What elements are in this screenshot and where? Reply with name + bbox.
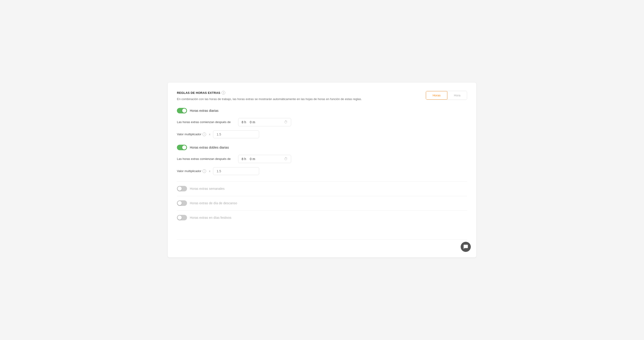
title-text: REGLAS DE HORAS EXTRAS <box>177 91 220 95</box>
weekly-overtime-thumb <box>178 186 182 191</box>
daily-overtime-clock-icon: ⏱ <box>284 120 288 124</box>
chat-icon <box>463 244 468 249</box>
divider-2 <box>177 196 467 196</box>
section-description: En combinación con las horas de trabajo,… <box>177 97 467 101</box>
chat-bubble[interactable] <box>461 242 471 252</box>
daily-overtime-multiplier-label: Valor multiplicador i <box>177 133 206 136</box>
daily-overtime-start-label: Las horas extras comienzan después de <box>177 120 234 124</box>
daily-overtime-toggle-row: Horas extras diarias <box>177 108 467 113</box>
daily-overtime-time-input[interactable]: 8 h 0 m ⏱ <box>238 118 291 126</box>
daily-double-overtime-toggle-row: Horas extras dobles diarias <box>177 145 467 150</box>
daily-double-overtime-thumb <box>182 145 186 150</box>
daily-overtime-time-value: 8 h 0 m <box>242 120 255 124</box>
holiday-overtime-toggle-row: Horas extras en días festivos <box>177 215 467 220</box>
divider-1 <box>177 181 467 182</box>
title-info-icon[interactable]: i <box>222 91 225 95</box>
daily-double-overtime-toggle[interactable] <box>177 145 187 150</box>
daily-double-overtime-clock-icon: ⏱ <box>284 157 288 161</box>
daily-overtime-hours: 8 <box>242 120 244 124</box>
daily-overtime-x-sign: x <box>209 133 210 136</box>
daily-overtime-thumb <box>182 109 186 113</box>
view-horas-button[interactable]: Horas <box>426 91 447 100</box>
daily-overtime-m-unit: m <box>252 120 255 124</box>
weekly-overtime-toggle-row: Horas extras semanales <box>177 186 467 191</box>
weekly-overtime-toggle[interactable] <box>177 186 187 191</box>
daily-double-overtime-multiplier-row: Valor multiplicador i x <box>177 167 467 175</box>
rest-day-overtime-thumb <box>178 201 182 205</box>
divider-4 <box>177 239 467 239</box>
holiday-overtime-toggle[interactable] <box>177 215 187 220</box>
daily-double-overtime-x-sign: x <box>209 169 210 173</box>
daily-double-overtime-time-input[interactable]: 8 h 0 m ⏱ <box>238 155 291 163</box>
view-hora-button[interactable]: Hora <box>447 91 467 100</box>
main-card: REGLAS DE HORAS EXTRAS i En combinación … <box>168 83 476 257</box>
rest-day-overtime-toggle[interactable] <box>177 200 187 206</box>
section-title: REGLAS DE HORAS EXTRAS i <box>177 91 467 95</box>
daily-overtime-label: Horas extras diarias <box>190 109 218 113</box>
daily-double-overtime-multiplier-input[interactable] <box>213 167 259 175</box>
daily-overtime-h-unit: h <box>244 120 246 124</box>
rest-day-overtime-label: Horas extras de día de descanso <box>190 201 237 205</box>
daily-overtime-multiplier-input[interactable] <box>213 130 259 138</box>
daily-overtime-multiplier-text: Valor multiplicador <box>177 133 201 136</box>
daily-double-overtime-multiplier-text: Valor multiplicador <box>177 169 201 173</box>
daily-overtime-multiplier-row: Valor multiplicador i x <box>177 130 467 138</box>
daily-double-overtime-time-value: 8 h 0 m <box>242 157 255 161</box>
daily-overtime-multiplier-info-icon[interactable]: i <box>202 133 206 136</box>
holiday-overtime-thumb <box>178 215 182 220</box>
daily-double-overtime-label: Horas extras dobles diarias <box>190 146 229 149</box>
rest-day-overtime-toggle-row: Horas extras de día de descanso <box>177 200 467 206</box>
daily-overtime-start-row: Las horas extras comienzan después de 8 … <box>177 118 467 126</box>
daily-overtime-minutes: 0 <box>250 120 252 124</box>
daily-double-overtime-multiplier-info-icon[interactable]: i <box>202 169 206 173</box>
holiday-overtime-label: Horas extras en días festivos <box>190 216 232 219</box>
daily-double-overtime-start-label: Las horas extras comienzan después de <box>177 157 234 161</box>
divider-3 <box>177 210 467 211</box>
view-toggle-group: Horas Hora <box>426 91 467 100</box>
daily-double-overtime-multiplier-label: Valor multiplicador i <box>177 169 206 173</box>
daily-double-overtime-start-row: Las horas extras comienzan después de 8 … <box>177 155 467 163</box>
weekly-overtime-label: Horas extras semanales <box>190 187 224 190</box>
daily-double-overtime-hours: 8 <box>242 157 244 161</box>
daily-double-overtime-minutes: 0 <box>250 157 252 161</box>
daily-double-overtime-h-unit: h <box>244 157 246 161</box>
daily-overtime-toggle[interactable] <box>177 108 187 113</box>
daily-double-overtime-m-unit: m <box>252 157 255 161</box>
